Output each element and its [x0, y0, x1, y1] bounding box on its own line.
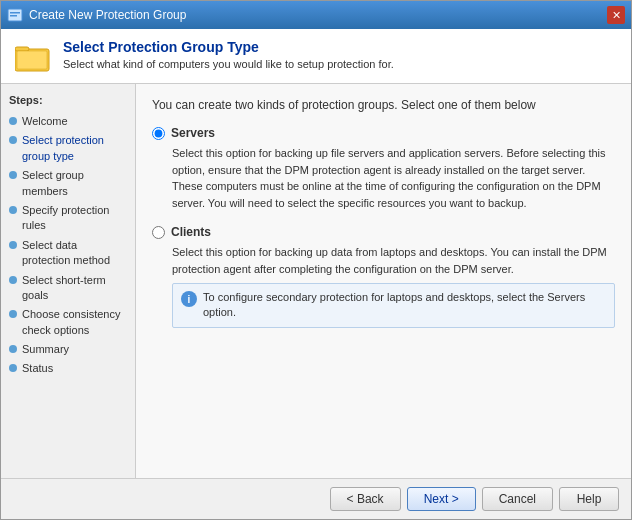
sidebar-item-protection-rules[interactable]: Specify protection rules: [1, 201, 135, 236]
steps-label: Steps:: [1, 94, 135, 112]
servers-radio[interactable]: [152, 127, 165, 140]
sidebar-item-label: Summary: [22, 342, 69, 357]
header-text: Select Protection Group Type Select what…: [63, 39, 394, 70]
back-button[interactable]: < Back: [330, 487, 401, 511]
info-icon: i: [181, 291, 197, 307]
sidebar-dot: [9, 117, 17, 125]
sidebar-item-data-protection[interactable]: Select data protection method: [1, 236, 135, 271]
main-window: Create New Protection Group ✕ Select Pro…: [0, 0, 632, 520]
clients-label[interactable]: Clients: [171, 225, 211, 239]
header-title: Select Protection Group Type: [63, 39, 394, 55]
content-intro: You can create two kinds of protection g…: [152, 98, 615, 112]
help-button[interactable]: Help: [559, 487, 619, 511]
svg-rect-4: [15, 47, 29, 51]
sidebar-dot: [9, 276, 17, 284]
sidebar-dot: [9, 241, 17, 249]
sidebar-item-label: Welcome: [22, 114, 68, 129]
next-button[interactable]: Next >: [407, 487, 476, 511]
servers-option-block: Servers Select this option for backing u…: [152, 126, 615, 211]
close-button[interactable]: ✕: [607, 6, 625, 24]
sidebar-item-label: Specify protection rules: [22, 203, 127, 234]
content-area: You can create two kinds of protection g…: [136, 84, 631, 478]
clients-radio[interactable]: [152, 226, 165, 239]
sidebar-item-label: Select group members: [22, 168, 127, 199]
svg-rect-1: [10, 12, 20, 14]
sidebar: Steps: Welcome Select protection group t…: [1, 84, 136, 478]
window-icon: [7, 7, 23, 23]
sidebar-item-short-term[interactable]: Select short-term goals: [1, 271, 135, 306]
sidebar-item-welcome[interactable]: Welcome: [1, 112, 135, 131]
sidebar-dot: [9, 171, 17, 179]
sidebar-item-label: Select data protection method: [22, 238, 127, 269]
sidebar-item-summary[interactable]: Summary: [1, 340, 135, 359]
clients-description: Select this option for backing up data f…: [172, 244, 615, 277]
sidebar-item-label: Select protection group type: [22, 133, 127, 164]
sidebar-item-label: Select short-term goals: [22, 273, 127, 304]
cancel-button[interactable]: Cancel: [482, 487, 553, 511]
sidebar-dot: [9, 310, 17, 318]
sidebar-item-label: Choose consistency check options: [22, 307, 127, 338]
svg-rect-5: [17, 51, 47, 69]
footer: < Back Next > Cancel Help: [1, 478, 631, 519]
servers-radio-row: Servers: [152, 126, 615, 140]
sidebar-item-label: Status: [22, 361, 53, 376]
main-content: Steps: Welcome Select protection group t…: [1, 84, 631, 478]
clients-option-block: Clients Select this option for backing u…: [152, 225, 615, 328]
sidebar-item-status[interactable]: Status: [1, 359, 135, 378]
sidebar-dot: [9, 345, 17, 353]
window-title: Create New Protection Group: [29, 8, 186, 22]
servers-description: Select this option for backing up file s…: [172, 145, 615, 211]
sidebar-dot: [9, 206, 17, 214]
sidebar-item-group-members[interactable]: Select group members: [1, 166, 135, 201]
title-bar: Create New Protection Group ✕: [1, 1, 631, 29]
info-text: To configure secondary protection for la…: [203, 290, 606, 321]
header-subtitle: Select what kind of computers you would …: [63, 58, 394, 70]
sidebar-dot: [9, 364, 17, 372]
sidebar-item-select-type[interactable]: Select protection group type: [1, 131, 135, 166]
clients-radio-row: Clients: [152, 225, 615, 239]
title-bar-left: Create New Protection Group: [7, 7, 186, 23]
header-section: Select Protection Group Type Select what…: [1, 29, 631, 84]
servers-label[interactable]: Servers: [171, 126, 215, 140]
svg-rect-2: [10, 15, 17, 17]
sidebar-item-consistency-check[interactable]: Choose consistency check options: [1, 305, 135, 340]
info-box: i To configure secondary protection for …: [172, 283, 615, 328]
folder-icon: [15, 41, 51, 73]
sidebar-dot: [9, 136, 17, 144]
